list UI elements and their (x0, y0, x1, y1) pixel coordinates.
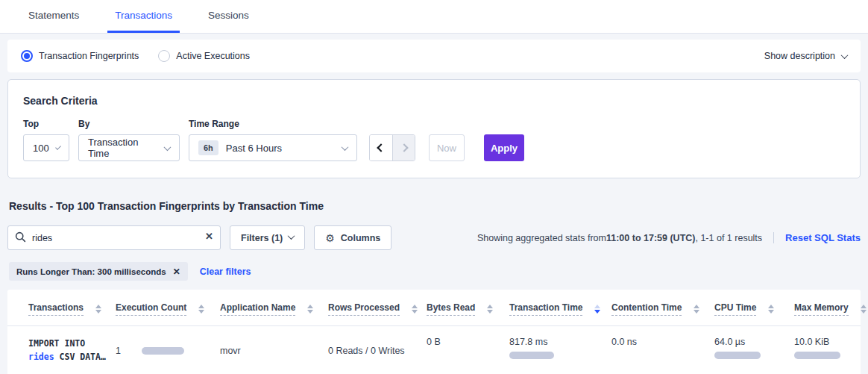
cell-bytes-read: 0 B (427, 326, 509, 374)
radio-unselected-icon[interactable] (158, 50, 170, 62)
time-range-badge: 6h (198, 140, 218, 155)
sort-icon[interactable] (198, 305, 204, 314)
by-select-value: Transaction Time (88, 137, 157, 159)
cell-cpu-time: 64.0 µs (714, 326, 794, 374)
column-header-transaction-time: Transaction Time (509, 290, 611, 326)
search-criteria-title: Search Criteria (23, 95, 845, 107)
stats-suffix: , 1-1 of 1 results (695, 233, 762, 243)
chevron-down-icon (288, 232, 295, 240)
top-tab-bar: Statements Transactions Sessions (0, 0, 868, 34)
by-label: By (78, 119, 180, 129)
chevron-right-icon (400, 143, 408, 152)
chevron-down-icon (841, 52, 849, 59)
time-range-value: Past 6 Hours (226, 143, 282, 154)
execution-count-value: 1 (116, 346, 121, 356)
time-range-select[interactable]: 6h Past 6 Hours (189, 134, 357, 161)
radio-label: Transaction Fingerprints (39, 51, 139, 61)
column-label[interactable]: CPU Time (714, 302, 756, 316)
column-label[interactable]: Max Memory (794, 302, 849, 316)
rows-processed-value: 0 Reads / 0 Writes (328, 346, 405, 356)
filters-button-label: Filters (1) (241, 233, 283, 243)
column-label[interactable]: Transaction Time (509, 302, 582, 316)
filter-chip-label: Runs Longer Than: 300 milliseconds (16, 267, 166, 276)
sort-icon[interactable] (95, 305, 101, 314)
stats-prefix: Showing aggregated stats from (477, 233, 606, 243)
tab-sessions[interactable]: Sessions (201, 1, 257, 33)
search-input[interactable] (7, 225, 221, 250)
top-select-value: 100 (33, 143, 49, 154)
time-range-prev-button[interactable] (370, 135, 392, 160)
application-name-value: movr (220, 346, 241, 356)
show-description-toggle[interactable]: Show description (764, 51, 847, 61)
by-select[interactable]: Transaction Time (78, 134, 180, 161)
table-name-link[interactable]: rides (28, 352, 54, 362)
cell-transaction-time: 817.8 ms (509, 326, 611, 374)
cell-rows-processed: 0 Reads / 0 Writes (328, 326, 427, 374)
cpu-time-bar (714, 352, 761, 359)
stats-time-range: 11:00 to 17:59 (UTC) (606, 233, 695, 243)
sort-icon[interactable] (694, 305, 699, 314)
radio-active-executions[interactable]: Active Executions (158, 50, 250, 62)
search-box: ✕ (7, 225, 221, 250)
column-label[interactable]: Transactions (28, 302, 84, 316)
apply-button[interactable]: Apply (484, 134, 524, 161)
columns-button[interactable]: ⚙ Columns (314, 225, 391, 250)
remove-filter-icon[interactable]: ✕ (173, 267, 180, 277)
cell-max-memory: 10.0 KiB (794, 326, 861, 374)
cell-transaction-statement: IMPORT INTO rides CSV DATA… (7, 326, 116, 374)
column-label[interactable]: Rows Processed (328, 302, 400, 316)
sort-icon[interactable] (412, 305, 418, 314)
tab-transactions[interactable]: Transactions (107, 1, 180, 33)
tab-statements[interactable]: Statements (21, 1, 87, 33)
contention-time-value: 0.0 ns (611, 337, 711, 347)
clear-filters-link[interactable]: Clear filters (200, 267, 251, 277)
now-button[interactable]: Now (429, 134, 465, 161)
chevron-down-icon (342, 143, 349, 151)
column-label[interactable]: Bytes Read (427, 302, 475, 316)
column-header-contention-time: Contention Time (611, 290, 714, 326)
max-memory-value: 10.0 KiB (794, 337, 858, 347)
sort-icon[interactable] (307, 305, 313, 314)
results-controls-row: ✕ Filters (1) ⚙ Columns Showing aggregat… (7, 225, 861, 250)
radio-transaction-fingerprints[interactable]: Transaction Fingerprints (21, 50, 139, 62)
filters-button[interactable]: Filters (1) (230, 225, 305, 250)
time-range-field: Time Range 6h Past 6 Hours (189, 119, 357, 161)
top-label: Top (23, 119, 69, 129)
bytes-read-value: 0 B (427, 337, 506, 347)
chevron-left-icon (377, 143, 385, 152)
gear-icon: ⚙ (325, 232, 335, 244)
radio-selected-icon[interactable] (21, 50, 33, 62)
sort-icon-active-desc[interactable] (594, 305, 600, 314)
reset-sql-stats-link[interactable]: Reset SQL Stats (773, 232, 861, 243)
results-heading: Results - Top 100 Transaction Fingerprin… (9, 200, 868, 212)
transaction-time-value: 817.8 ms (509, 337, 608, 347)
sort-icon[interactable] (861, 305, 867, 314)
column-header-cpu-time: CPU Time (714, 290, 794, 326)
column-label[interactable]: Contention Time (611, 302, 682, 316)
column-header-execution-count: Execution Count (116, 290, 220, 326)
column-label[interactable]: Application Name (220, 302, 295, 316)
sql-line-2-rest: CSV DATA… (54, 352, 106, 362)
sort-icon[interactable] (768, 305, 774, 314)
sql-line-1: IMPORT INTO (28, 337, 113, 350)
columns-button-label: Columns (341, 233, 380, 243)
column-label[interactable]: Execution Count (116, 302, 186, 316)
view-toggle-card: Transaction Fingerprints Active Executio… (7, 40, 861, 72)
show-description-label: Show description (764, 51, 835, 61)
clear-search-icon[interactable]: ✕ (205, 231, 213, 242)
sql-line-2: rides CSV DATA… (28, 350, 113, 364)
execution-count-bar (142, 347, 184, 355)
results-table-panel: Transactions Execution Count Application… (7, 290, 861, 374)
filter-chip: Runs Longer Than: 300 milliseconds ✕ (9, 262, 188, 281)
table-row: IMPORT INTO rides CSV DATA… 1 movr 0 Rea… (7, 326, 861, 374)
sort-icon[interactable] (487, 305, 493, 314)
active-filters-row: Runs Longer Than: 300 milliseconds ✕ Cle… (9, 262, 861, 281)
top-select[interactable]: 100 (23, 134, 69, 161)
time-range-next-button[interactable] (392, 135, 415, 160)
time-range-pager (369, 134, 415, 161)
transaction-fingerprint-link[interactable]: IMPORT INTO rides CSV DATA… (28, 337, 113, 364)
cell-application-name: movr (220, 326, 328, 374)
transactions-table: Transactions Execution Count Application… (7, 290, 861, 374)
search-icon (15, 231, 26, 245)
table-header-row: Transactions Execution Count Application… (7, 290, 861, 326)
